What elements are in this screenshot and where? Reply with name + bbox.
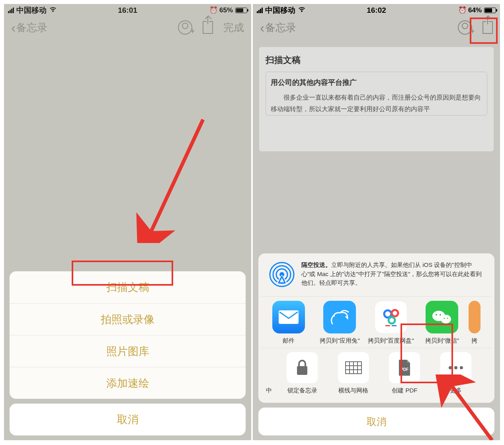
svg-point-28 — [460, 366, 463, 369]
svg-point-17 — [447, 318, 448, 319]
svg-point-16 — [444, 318, 445, 319]
action-partial[interactable]: 中 — [262, 352, 276, 394]
grid-icon — [345, 361, 362, 374]
app-label: 拷贝到"百度网盘" — [366, 337, 416, 345]
action-label: 横线与网格 — [329, 386, 378, 394]
action-label: 锁定备忘录 — [277, 386, 327, 394]
svg-rect-5 — [279, 310, 299, 324]
app-label: 拷贝到"微信" — [417, 337, 467, 345]
action-lock[interactable]: 锁定备忘录 — [277, 352, 327, 394]
action-more[interactable]: 更多 — [431, 352, 481, 394]
svg-point-9 — [389, 317, 395, 323]
airdrop-section[interactable]: 隔空投送。立即与附近的人共享。如果他们从 iOS 设备的"控制中心"或 Mac … — [262, 261, 491, 296]
action-label: 更多 — [431, 386, 481, 394]
pdf-icon: PDF — [397, 359, 412, 376]
airdrop-icon — [268, 261, 296, 288]
svg-point-26 — [449, 366, 452, 369]
app-label: 拷 — [469, 337, 481, 345]
app-label: 拷贝到"应用兔" — [315, 337, 364, 345]
sheet-item-scan[interactable]: 扫描文稿 — [10, 271, 246, 303]
svg-text:PDF: PDF — [400, 367, 408, 372]
action-label: 中 — [262, 386, 276, 394]
svg-rect-11 — [392, 325, 397, 326]
sheet-item-sketch[interactable]: 添加速绘 — [10, 367, 246, 399]
share-cancel-button[interactable]: 取消 — [258, 408, 494, 435]
share-app-baidu[interactable]: 拷贝到"百度网盘" — [366, 301, 416, 345]
airdrop-title: 隔空投送。 — [301, 261, 331, 268]
lock-icon — [295, 359, 309, 376]
action-label: 创建 PDF — [380, 386, 429, 394]
app-label: 邮件 — [264, 337, 313, 345]
svg-point-6 — [333, 315, 335, 317]
action-pdf[interactable]: PDF 创建 PDF — [380, 352, 429, 394]
svg-point-15 — [440, 314, 441, 316]
svg-rect-18 — [297, 366, 307, 375]
share-app-more[interactable]: 拷 — [469, 301, 481, 345]
sheet-item-photos[interactable]: 照片图库 — [10, 335, 246, 367]
sheet-item-camera[interactable]: 拍照或录像 — [10, 303, 246, 335]
svg-point-8 — [392, 310, 398, 316]
share-actions-row[interactable]: 中 锁定备忘录 横线与网格 PDF 创建 PDF 更多 — [262, 348, 491, 398]
dots-icon — [447, 365, 465, 370]
phone-screenshot-left: 中国移动 16:01 ⏰ 65% ‹ 备忘录 完成 扫描文稿 拍照或录像 照 — [4, 4, 251, 440]
share-sheet: 隔空投送。立即与附近的人共享。如果他们从 iOS 设备的"控制中心"或 Mac … — [258, 253, 494, 435]
share-app-mail[interactable]: 邮件 — [264, 301, 313, 345]
share-apps-row[interactable]: 邮件 拷贝到"应用兔" 拷贝到"百度网盘" — [262, 296, 491, 348]
svg-point-27 — [454, 366, 457, 369]
share-app-yingyongtu[interactable]: 拷贝到"应用兔" — [315, 301, 364, 345]
svg-point-13 — [441, 315, 451, 323]
action-grid[interactable]: 横线与网格 — [329, 352, 378, 394]
phone-screenshot-right: 中国移动 16:02 ⏰ 64% ‹ 备忘录 扫描文稿 用公司的其他内容平台推广… — [253, 4, 500, 440]
svg-rect-10 — [385, 325, 390, 326]
svg-point-14 — [436, 314, 437, 316]
share-app-wechat[interactable]: 拷贝到"微信" — [417, 301, 467, 345]
sheet-cancel-button[interactable]: 取消 — [10, 404, 246, 435]
action-sheet: 扫描文稿 拍照或录像 照片图库 添加速绘 取消 — [10, 271, 246, 435]
